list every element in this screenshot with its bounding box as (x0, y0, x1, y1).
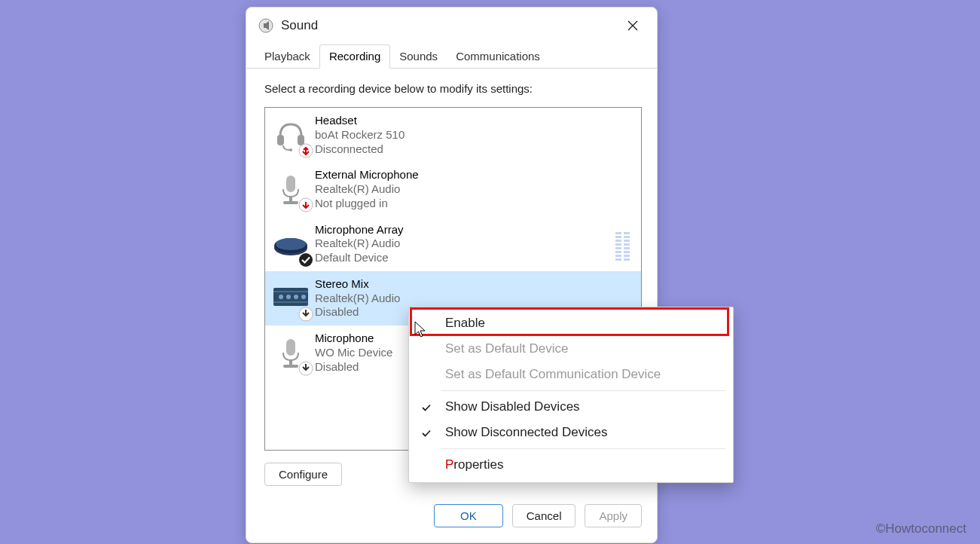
unplugged-badge-icon (298, 197, 313, 212)
ctx-show-disconnected[interactable]: Show Disconnected Devices (409, 420, 733, 445)
ctx-label: Show Disabled Devices (445, 399, 580, 414)
svg-rect-1 (277, 135, 284, 145)
device-row-headset[interactable]: Headset boAt Rockerz 510 Disconnected (265, 108, 641, 162)
device-status: Default Device (315, 251, 404, 265)
device-subtitle: Realtek(R) Audio (315, 292, 400, 306)
device-subtitle: WO Mic Device (315, 346, 392, 360)
tab-communications[interactable]: Communications (447, 45, 549, 68)
ctx-enable[interactable]: Enable (409, 310, 733, 336)
ctx-set-default: Set as Default Device (409, 336, 733, 362)
svg-rect-6 (289, 197, 292, 201)
svg-rect-7 (283, 201, 298, 204)
device-name: Stereo Mix (315, 277, 400, 292)
svg-rect-18 (273, 291, 308, 292)
microphone-icon (271, 169, 310, 209)
device-row-mic-array[interactable]: Microphone Array Realtek(R) Audio Defaul… (265, 217, 641, 271)
svg-point-12 (299, 253, 313, 267)
tab-recording[interactable]: Recording (319, 44, 390, 69)
device-name: Headset (315, 114, 405, 128)
svg-point-3 (289, 148, 292, 151)
watermark: ©Howtoconnect (876, 521, 966, 536)
ctx-label: Show Disconnected Devices (445, 425, 607, 439)
ctx-properties[interactable]: Properties (409, 452, 733, 478)
apply-button[interactable]: Apply (585, 504, 642, 527)
disconnected-badge-icon (298, 143, 313, 158)
ctx-set-default-comm: Set as Default Communication Device (409, 362, 733, 387)
ctx-label: roperties (453, 457, 503, 472)
device-status: Not plugged in (315, 197, 419, 211)
svg-rect-21 (286, 339, 295, 356)
device-status: Disconnected (315, 142, 405, 157)
device-status: Disabled (315, 305, 400, 319)
microphone-icon (271, 332, 310, 373)
tab-sounds[interactable]: Sounds (390, 45, 447, 68)
ctx-separator (441, 448, 725, 449)
check-icon (421, 402, 432, 417)
close-icon (627, 20, 638, 31)
device-subtitle: boAt Rockerz 510 (315, 128, 405, 142)
window-title: Sound (281, 18, 616, 33)
mic-array-icon (271, 224, 310, 264)
headset-icon (271, 115, 310, 155)
ok-button[interactable]: OK (434, 504, 503, 527)
dialog-footer: OK Cancel Apply (246, 497, 657, 542)
check-icon (421, 427, 432, 442)
svg-rect-23 (283, 365, 298, 368)
device-name: External Microphone (315, 168, 419, 182)
ctx-show-disabled[interactable]: Show Disabled Devices (409, 394, 733, 420)
sound-card-icon (271, 278, 310, 319)
disabled-badge-icon (298, 307, 313, 322)
context-menu: Enable Set as Default Device Set as Defa… (408, 307, 734, 483)
sound-icon (258, 18, 273, 33)
disabled-badge-icon (298, 361, 313, 376)
configure-button[interactable]: Configure (264, 463, 342, 486)
titlebar: Sound (246, 8, 657, 44)
svg-point-17 (301, 295, 306, 299)
device-subtitle: Realtek(R) Audio (315, 237, 404, 251)
svg-point-11 (276, 238, 306, 250)
svg-rect-19 (273, 301, 308, 303)
default-badge-icon (298, 252, 313, 267)
device-name: Microphone (315, 332, 392, 346)
tab-playback[interactable]: Playback (255, 45, 319, 68)
svg-point-15 (286, 295, 291, 299)
svg-rect-22 (289, 360, 292, 365)
tab-strip: Playback Recording Sounds Communications (246, 44, 657, 69)
ctx-separator (441, 390, 725, 391)
svg-point-14 (279, 295, 283, 299)
device-name: Microphone Array (315, 223, 404, 237)
cancel-button[interactable]: Cancel (512, 504, 576, 527)
svg-rect-5 (286, 176, 295, 192)
device-status: Disabled (315, 360, 392, 374)
device-subtitle: Realtek(R) Audio (315, 182, 419, 197)
close-button[interactable] (616, 9, 649, 42)
level-meter (615, 225, 633, 261)
svg-point-16 (294, 295, 298, 299)
pane-instruction: Select a recording device below to modif… (264, 82, 642, 95)
device-row-external-mic[interactable]: External Microphone Realtek(R) Audio Not… (265, 162, 641, 216)
